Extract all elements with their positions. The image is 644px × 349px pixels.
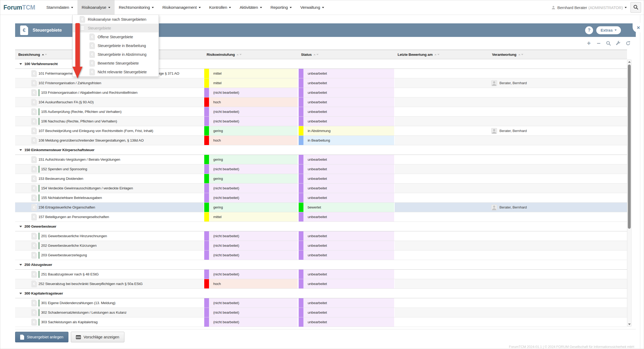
- dropdown-item-1[interactable]: €Risikoanalyse nach Steuergebieten: [73, 15, 159, 24]
- sort-desc-icon[interactable]: [521, 54, 523, 55]
- collapse-triangle-icon[interactable]: [19, 293, 22, 294]
- row-title: 107 Bescheidprüfung und Einlegung von Re…: [38, 129, 153, 133]
- nav-item-risikomanagement[interactable]: Risikomanagement: [158, 0, 205, 15]
- status-color-bar: [299, 164, 303, 174]
- help-button[interactable]: ?: [585, 26, 593, 34]
- table-row[interactable]: €201 Gewerbesteuerliche Hinzurechnungen(…: [15, 231, 627, 241]
- status-label: unbearbeitet: [308, 253, 327, 257]
- search-icon[interactable]: [606, 40, 611, 46]
- sort-desc-icon[interactable]: [45, 54, 47, 55]
- table-row[interactable]: €252 Steuerabzug bei beschränkt Steuerpf…: [15, 279, 627, 289]
- collapse-triangle-icon[interactable]: [19, 264, 22, 266]
- table-row[interactable]: €303 Sachleistungen als Kapitalertrag(ni…: [15, 317, 627, 327]
- sort-asc-icon[interactable]: [434, 54, 437, 55]
- scrollbar-thumb[interactable]: [628, 65, 631, 229]
- nav-item-label: Risikomanagement: [162, 5, 197, 10]
- nav-item-label: Reporting: [271, 5, 288, 10]
- dropdown-item-7[interactable]: €Nicht relevante Steuergebiete: [73, 67, 159, 76]
- nav-item-verwaltung[interactable]: Verwaltung: [296, 0, 328, 15]
- global-search-button[interactable]: [630, 2, 641, 13]
- wrench-icon[interactable]: [615, 40, 621, 46]
- table-row[interactable]: €102 Fristenorganisation / Zahlungsfrist…: [15, 78, 627, 88]
- footer-copyright: ForumTCM 2024-01.1 | © 2024 FORUM Gesell…: [509, 345, 634, 349]
- show-suggestions-button[interactable]: Vorschläge anzeigen: [71, 332, 124, 342]
- table-row[interactable]: €105 Außenprüfung (Rechte, Pflichten und…: [15, 107, 627, 117]
- table-row[interactable]: €107 Bescheidprüfung und Einlegung von R…: [15, 126, 627, 136]
- risk-label: (nicht bearbeitet): [213, 167, 239, 171]
- table-row[interactable]: €155 Nichtabziehbare Betriebsausgaben(ni…: [15, 193, 627, 203]
- status-label: unbearbeitet: [308, 310, 327, 314]
- change-marker: [38, 108, 40, 115]
- group-row[interactable]: 300 Kapitalertragsteuer: [15, 289, 627, 298]
- group-row[interactable]: 250 Abzugsteuer: [15, 260, 627, 270]
- minus-icon[interactable]: −: [596, 40, 602, 46]
- table-row[interactable]: €301 Eigene Dividendenzahlungen (13. Mel…: [15, 298, 627, 308]
- table-scrollbar[interactable]: [627, 59, 632, 327]
- cell-bezeichnung: €151 Aufsichtsrats-Vergütungen / Beirats…: [15, 155, 204, 164]
- scroll-up-arrow-icon[interactable]: [628, 61, 631, 63]
- sort-asc-icon[interactable]: [42, 54, 44, 55]
- dropdown-item-5[interactable]: €Steuergebiete in Abstimmung: [73, 50, 159, 59]
- risk-color-bar: [204, 193, 209, 202]
- table-row[interactable]: €202 Gewerbesteuerliche Kürzungen(nicht …: [15, 241, 627, 250]
- sort-desc-icon[interactable]: [240, 54, 242, 55]
- table-row[interactable]: €154 Verdeckte Gewinnausschüttungen / ve…: [15, 184, 627, 193]
- status-color-bar: [299, 88, 303, 97]
- column-header-letzte-bewertung-am[interactable]: Letzte Bewertung am: [395, 50, 489, 59]
- table-row[interactable]: €203 Gewerbesteuerzerlegung(nicht bearbe…: [15, 250, 627, 260]
- close-panel-button[interactable]: ×: [633, 23, 644, 32]
- table-row[interactable]: €157 Beteiligungen an Personengesellscha…: [15, 212, 627, 222]
- table-row[interactable]: €108 Meldung grenzüberschreitender Steue…: [15, 136, 627, 145]
- collapse-triangle-icon[interactable]: [19, 149, 22, 151]
- table-row[interactable]: €153 Besteuerung Dividendengeringunbearb…: [15, 174, 627, 184]
- nav-item-kontrollen[interactable]: Kontrollen: [205, 0, 236, 15]
- table-row[interactable]: €106 Nachschau (Rechte, Pflichten und Ve…: [15, 117, 627, 126]
- risk-color-bar: [204, 78, 209, 88]
- extras-button[interactable]: Extras: [596, 26, 621, 34]
- risk-label: (nicht bearbeitet): [213, 234, 239, 238]
- column-header-status[interactable]: Status: [298, 50, 395, 59]
- euro-doc-icon: €: [31, 233, 37, 240]
- cell-status: bewertet: [298, 203, 395, 212]
- nav-item-reporting[interactable]: Reporting: [266, 0, 296, 15]
- scroll-down-arrow-icon[interactable]: [628, 324, 631, 325]
- row-title: 106 Nachschau (Rechte, Pflichten und Ver…: [41, 119, 117, 123]
- sort-desc-icon[interactable]: [437, 54, 440, 55]
- nav-item-aktivitäten[interactable]: Aktivitäten: [235, 0, 266, 15]
- app-logo[interactable]: ForumTCM: [3, 0, 35, 15]
- cell-verantwortung: [489, 270, 627, 279]
- sort-asc-icon[interactable]: [237, 54, 239, 55]
- table-row[interactable]: €156 Ertragsteuerliche Organschaftengeri…: [15, 203, 627, 212]
- dropdown-item-6[interactable]: €Bewertete Steuergebiete: [73, 59, 159, 67]
- dropdown-item-3[interactable]: €Offene Steuergebiete: [73, 32, 159, 41]
- nav-item-stammdaten[interactable]: Stammdaten: [42, 0, 77, 15]
- user-menu[interactable]: Bernhard Berater (ADMINISTRATOR): [551, 5, 627, 10]
- nav-item-rechtsmonitoring[interactable]: Rechtsmonitoring: [115, 0, 158, 15]
- status-color-bar: [299, 136, 303, 145]
- sort-desc-icon[interactable]: [316, 54, 319, 55]
- table-row[interactable]: €103 Fristenorganisation / Abgabefristen…: [15, 88, 627, 97]
- collapse-triangle-icon[interactable]: [19, 226, 22, 227]
- row-title: 202 Gewerbesteuerliche Kürzungen: [41, 244, 97, 248]
- table-row[interactable]: €251 Bauabzugsteuer nach § 48 EStG(nicht…: [15, 270, 627, 279]
- column-header-verantwortung[interactable]: Verantwortung: [489, 50, 627, 59]
- nav-item-label: Stammdaten: [46, 5, 69, 10]
- table-row[interactable]: €302 Schadensersatzleistungen / Leistung…: [15, 308, 627, 317]
- group-row[interactable]: 150 Einkommensteuer Körperschaftsteuer: [15, 145, 627, 155]
- column-header-risikoeinstufung[interactable]: Risikoeinstufung: [204, 50, 298, 59]
- sort-asc-icon[interactable]: [518, 54, 520, 55]
- refresh-icon[interactable]: [625, 40, 631, 46]
- nav-item-risikoanalyse[interactable]: Risikoanalyse: [77, 0, 115, 15]
- plus-icon[interactable]: +: [586, 40, 592, 46]
- group-row[interactable]: 200 Gewerbesteuer: [15, 222, 627, 231]
- table-row[interactable]: €104 Auskunftersuchen FA (§ 93 AO)hochun…: [15, 97, 627, 107]
- dropdown-item-4[interactable]: €Steuergebiete in Bearbeitung: [73, 41, 159, 50]
- chevron-down-icon: [290, 7, 292, 8]
- collapse-triangle-icon[interactable]: [19, 63, 22, 65]
- table-row[interactable]: €152 Spenden und Sponsoring(nicht bearbe…: [15, 164, 627, 174]
- change-marker: [38, 242, 40, 249]
- euro-doc-icon: €: [31, 137, 37, 144]
- sort-asc-icon[interactable]: [314, 54, 316, 55]
- create-steuergebiet-button[interactable]: Steuergebiet anlegen: [15, 332, 68, 342]
- table-row[interactable]: €151 Aufsichtsrats-Vergütungen / Beirats…: [15, 155, 627, 164]
